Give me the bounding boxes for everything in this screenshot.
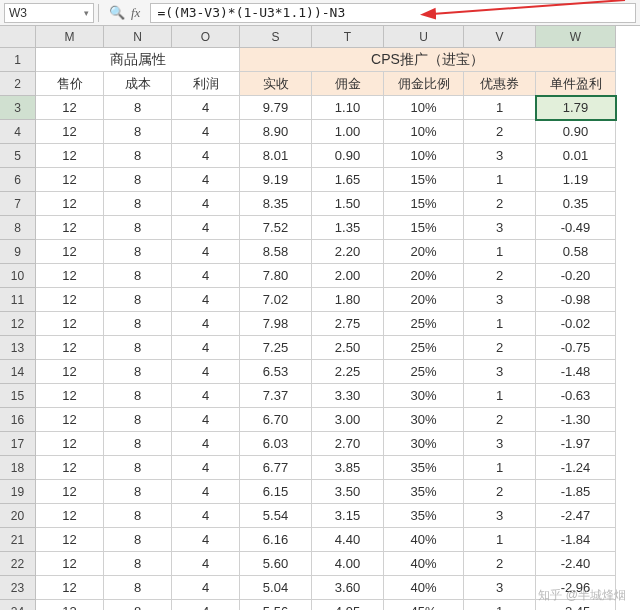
row-header[interactable]: 8: [0, 216, 36, 240]
row-header[interactable]: 18: [0, 456, 36, 480]
cell-N[interactable]: 8: [104, 576, 172, 600]
cell-W[interactable]: 0.01: [536, 144, 616, 168]
cell-O[interactable]: 4: [172, 264, 240, 288]
cell-O[interactable]: 4: [172, 552, 240, 576]
cell-U[interactable]: 30%: [384, 384, 464, 408]
cell-W[interactable]: -2.40: [536, 552, 616, 576]
cell-T[interactable]: 2.70: [312, 432, 384, 456]
cell-U[interactable]: 25%: [384, 336, 464, 360]
cell-M[interactable]: 12: [36, 336, 104, 360]
subheader-T[interactable]: 佣金: [312, 72, 384, 96]
cell-W[interactable]: -0.75: [536, 336, 616, 360]
cell-N[interactable]: 8: [104, 384, 172, 408]
cell-N[interactable]: 8: [104, 144, 172, 168]
cell-M[interactable]: 12: [36, 504, 104, 528]
cell-U[interactable]: 25%: [384, 312, 464, 336]
cell-N[interactable]: 8: [104, 120, 172, 144]
col-header-N[interactable]: N: [104, 26, 172, 48]
cell-T[interactable]: 3.85: [312, 456, 384, 480]
cell-W[interactable]: -1.97: [536, 432, 616, 456]
cell-W[interactable]: -2.47: [536, 504, 616, 528]
cell-M[interactable]: 12: [36, 168, 104, 192]
cell-T[interactable]: 3.50: [312, 480, 384, 504]
cell-T[interactable]: 3.00: [312, 408, 384, 432]
cell-O[interactable]: 4: [172, 456, 240, 480]
cell-S[interactable]: 5.54: [240, 504, 312, 528]
cell-M[interactable]: 12: [36, 360, 104, 384]
row-header[interactable]: 4: [0, 120, 36, 144]
cell-V[interactable]: 2: [464, 552, 536, 576]
cell-V[interactable]: 2: [464, 480, 536, 504]
cell-O[interactable]: 4: [172, 96, 240, 120]
row-header[interactable]: 3: [0, 96, 36, 120]
cell-S[interactable]: 9.79: [240, 96, 312, 120]
cell-T[interactable]: 1.80: [312, 288, 384, 312]
cell-M[interactable]: 12: [36, 144, 104, 168]
cell-S[interactable]: 9.19: [240, 168, 312, 192]
col-header-W[interactable]: W: [536, 26, 616, 48]
row-header[interactable]: 20: [0, 504, 36, 528]
cell-N[interactable]: 8: [104, 288, 172, 312]
cell-T[interactable]: 1.00: [312, 120, 384, 144]
cell-O[interactable]: 4: [172, 336, 240, 360]
cell-N[interactable]: 8: [104, 360, 172, 384]
cell-M[interactable]: 12: [36, 480, 104, 504]
cell-N[interactable]: 8: [104, 600, 172, 610]
cell-S[interactable]: 6.16: [240, 528, 312, 552]
cell-U[interactable]: 15%: [384, 168, 464, 192]
cell-V[interactable]: 2: [464, 264, 536, 288]
row-header[interactable]: 10: [0, 264, 36, 288]
fx-icon[interactable]: fx: [131, 5, 140, 21]
cell-N[interactable]: 8: [104, 480, 172, 504]
cell-U[interactable]: 20%: [384, 288, 464, 312]
cell-S[interactable]: 8.90: [240, 120, 312, 144]
cell-T[interactable]: 3.60: [312, 576, 384, 600]
cell-S[interactable]: 7.52: [240, 216, 312, 240]
cell-O[interactable]: 4: [172, 384, 240, 408]
cell-V[interactable]: 1: [464, 600, 536, 610]
cell-N[interactable]: 8: [104, 264, 172, 288]
cell-W[interactable]: -1.85: [536, 480, 616, 504]
cell-S[interactable]: 6.03: [240, 432, 312, 456]
cell-U[interactable]: 40%: [384, 528, 464, 552]
cell-W[interactable]: -2.45: [536, 600, 616, 610]
subheader-N[interactable]: 成本: [104, 72, 172, 96]
cell-M[interactable]: 12: [36, 240, 104, 264]
cell-N[interactable]: 8: [104, 552, 172, 576]
col-header-M[interactable]: M: [36, 26, 104, 48]
search-icon[interactable]: 🔍: [109, 5, 125, 20]
cell-M[interactable]: 12: [36, 96, 104, 120]
cell-T[interactable]: 1.10: [312, 96, 384, 120]
cell-N[interactable]: 8: [104, 192, 172, 216]
cell-N[interactable]: 8: [104, 168, 172, 192]
cell-O[interactable]: 4: [172, 288, 240, 312]
cell-W[interactable]: -1.48: [536, 360, 616, 384]
cell-V[interactable]: 1: [464, 384, 536, 408]
cell-U[interactable]: 15%: [384, 192, 464, 216]
cell-U[interactable]: 30%: [384, 408, 464, 432]
cell-U[interactable]: 20%: [384, 240, 464, 264]
cell-V[interactable]: 1: [464, 240, 536, 264]
cell-M[interactable]: 12: [36, 312, 104, 336]
cell-W[interactable]: -0.49: [536, 216, 616, 240]
subheader-W[interactable]: 单件盈利: [536, 72, 616, 96]
cell-T[interactable]: 4.95: [312, 600, 384, 610]
cell-W[interactable]: -0.63: [536, 384, 616, 408]
row-header-2[interactable]: 2: [0, 72, 36, 96]
row-header[interactable]: 5: [0, 144, 36, 168]
subheader-U[interactable]: 佣金比例: [384, 72, 464, 96]
cell-N[interactable]: 8: [104, 432, 172, 456]
row-header[interactable]: 19: [0, 480, 36, 504]
cell-W[interactable]: -0.02: [536, 312, 616, 336]
cell-V[interactable]: 3: [464, 288, 536, 312]
cell-S[interactable]: 5.04: [240, 576, 312, 600]
cell-S[interactable]: 5.56: [240, 600, 312, 610]
cell-T[interactable]: 2.25: [312, 360, 384, 384]
cell-V[interactable]: 2: [464, 192, 536, 216]
row-header[interactable]: 15: [0, 384, 36, 408]
cell-O[interactable]: 4: [172, 432, 240, 456]
cell-U[interactable]: 10%: [384, 144, 464, 168]
cell-W[interactable]: 0.58: [536, 240, 616, 264]
cell-S[interactable]: 7.25: [240, 336, 312, 360]
cell-W[interactable]: -0.98: [536, 288, 616, 312]
